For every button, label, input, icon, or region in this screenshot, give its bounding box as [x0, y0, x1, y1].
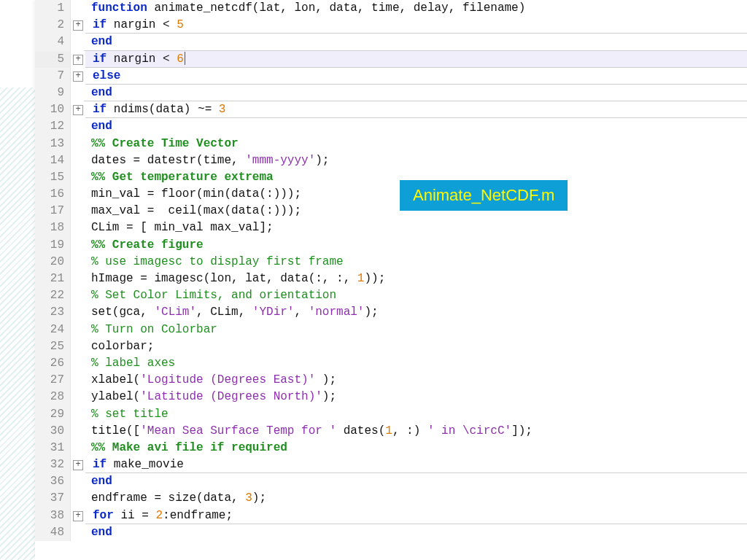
code-line[interactable]: 30title(['Mean Sea Surface Temp for ' da… — [35, 423, 747, 440]
code-line[interactable]: 38+for ii = 2:endframe; — [35, 508, 747, 524]
fold-toggle-icon[interactable]: + — [73, 20, 83, 31]
line-number: 17 — [35, 203, 71, 219]
code-line[interactable]: 17max_val = ceil(max(data(:))); — [35, 203, 747, 219]
code-line[interactable]: 24% Turn on Colorbar — [35, 322, 747, 338]
code-line[interactable]: 23set(gca, 'CLim', CLim, 'YDir', 'normal… — [35, 304, 747, 321]
code-line[interactable]: 37endframe = size(data, 3); — [35, 490, 747, 507]
code-text[interactable]: end — [84, 34, 747, 50]
token-id: nargin < — [114, 52, 177, 66]
code-line[interactable]: 15%% Get temperature extrema — [35, 169, 747, 186]
code-text[interactable]: function animate_netcdf(lat, lon, data, … — [84, 0, 747, 17]
code-line[interactable]: 36end — [35, 473, 747, 490]
token-id: ii = — [120, 509, 155, 522]
code-text[interactable]: for ii = 2:endframe; — [85, 508, 747, 524]
code-line[interactable]: 26% label axes — [35, 355, 747, 372]
code-line[interactable]: 18CLim = [ min_val max_val]; — [35, 219, 747, 236]
code-line[interactable]: 5+if nargin < 6 — [35, 51, 747, 68]
token-id: endframe = size(data, — [91, 491, 245, 505]
code-text[interactable]: if make_movie — [85, 456, 747, 473]
code-text[interactable]: % label axes — [84, 355, 747, 372]
token-str: 'mmm-yyyy' — [245, 154, 315, 167]
code-text[interactable]: colorbar; — [84, 338, 747, 355]
fold-spacer — [71, 406, 84, 423]
code-text[interactable]: CLim = [ min_val max_val]; — [84, 219, 747, 236]
token-kw: end — [91, 120, 112, 133]
token-id: ndims(data) ~= — [114, 103, 219, 116]
fold-spacer — [71, 85, 84, 101]
code-line[interactable]: 29% set title — [35, 406, 747, 423]
code-line[interactable]: 28ylabel('Latitude (Degrees North)'); — [35, 389, 747, 405]
code-line[interactable]: 16min_val = floor(min(data(:))); — [35, 186, 747, 203]
code-line[interactable]: 1function animate_netcdf(lat, lon, data,… — [35, 0, 747, 17]
code-text[interactable]: end — [84, 524, 747, 541]
code-text[interactable]: else — [85, 68, 747, 85]
code-text[interactable]: ylabel('Latitude (Degrees North)'); — [84, 389, 747, 405]
code-text[interactable]: endframe = size(data, 3); — [84, 490, 747, 507]
code-line[interactable]: 19%% Create figure — [35, 237, 747, 254]
token-id: CLim = [ min_val max_val]; — [91, 221, 274, 234]
code-text[interactable]: end — [84, 118, 747, 135]
code-text[interactable]: xlabel('Logitude (Degrees East)' ); — [84, 372, 747, 389]
token-kw: end — [91, 35, 112, 48]
code-text[interactable]: % set title — [84, 406, 747, 423]
code-line[interactable]: 13%% Create Time Vector — [35, 136, 747, 152]
code-text[interactable]: % Turn on Colorbar — [84, 322, 747, 338]
code-text[interactable]: %% Create Time Vector — [84, 136, 747, 152]
code-text[interactable]: dates = datestr(time, 'mmm-yyyy'); — [84, 152, 747, 169]
fold-spacer — [71, 338, 84, 355]
code-text[interactable]: set(gca, 'CLim', CLim, 'YDir', 'normal')… — [84, 304, 747, 321]
code-text[interactable]: %% Create figure — [84, 237, 747, 254]
code-text[interactable]: % use imagesc to display first frame — [84, 254, 747, 271]
code-text[interactable]: if nargin < 6 — [85, 51, 747, 68]
fold-toggle-icon[interactable]: + — [73, 105, 83, 115]
code-editor[interactable]: 1function animate_netcdf(lat, lon, data,… — [35, 0, 747, 560]
fold-spacer — [71, 237, 84, 254]
code-line[interactable]: 21hImage = imagesc(lon, lat, data(:, :, … — [35, 271, 747, 287]
code-text[interactable]: end — [84, 85, 747, 101]
code-line[interactable]: 12end — [35, 118, 747, 135]
code-line[interactable]: 14dates = datestr(time, 'mmm-yyyy'); — [35, 152, 747, 169]
line-number: 19 — [35, 237, 71, 254]
token-str: 'normal' — [309, 306, 365, 319]
fold-spacer — [71, 271, 84, 287]
fold-spacer — [71, 473, 84, 490]
line-number: 16 — [35, 186, 71, 203]
code-line[interactable]: 4end — [35, 34, 747, 50]
code-line[interactable]: 2+if nargin < 5 — [35, 17, 747, 34]
code-text[interactable]: % Set Color Limits, and orientation — [84, 287, 747, 304]
token-num: 3 — [219, 103, 226, 116]
code-line[interactable]: 7+else — [35, 68, 747, 85]
token-sec: %% Make avi file if required — [91, 441, 287, 454]
line-number: 48 — [35, 524, 71, 541]
code-text[interactable]: hImage = imagesc(lon, lat, data(:, :, 1)… — [84, 271, 747, 287]
fold-toggle-icon[interactable]: + — [73, 55, 83, 65]
code-line[interactable]: 48end — [35, 524, 747, 541]
line-number: 30 — [35, 423, 71, 440]
code-line[interactable]: 20% use imagesc to display first frame — [35, 254, 747, 271]
token-id: :endframe; — [163, 509, 233, 522]
code-line[interactable]: 25colorbar; — [35, 338, 747, 355]
fold-spacer — [71, 0, 84, 17]
token-sec: %% Create figure — [91, 238, 204, 252]
code-line[interactable]: 31%% Make avi file if required — [35, 440, 747, 456]
token-str: 'Latitude (Degrees North)' — [140, 390, 322, 403]
code-text[interactable]: end — [84, 473, 747, 490]
token-kw: end — [91, 475, 112, 488]
code-line[interactable]: 32+if make_movie — [35, 456, 747, 473]
line-number: 37 — [35, 490, 71, 507]
code-line[interactable]: 10+if ndims(data) ~= 3 — [35, 101, 747, 118]
fold-toggle-icon[interactable]: + — [73, 71, 83, 82]
line-number: 1 — [35, 0, 71, 17]
token-id: ]); — [511, 424, 533, 438]
code-text[interactable]: if ndims(data) ~= 3 — [85, 101, 747, 118]
fold-toggle-icon[interactable]: + — [73, 460, 83, 470]
code-text[interactable]: %% Make avi file if required — [84, 440, 747, 456]
code-text[interactable]: if nargin < 5 — [85, 17, 747, 34]
code-line[interactable]: 27xlabel('Logitude (Degrees East)' ); — [35, 372, 747, 389]
line-number: 14 — [35, 152, 71, 169]
line-number: 36 — [35, 473, 71, 490]
code-line[interactable]: 9end — [35, 85, 747, 101]
code-text[interactable]: title(['Mean Sea Surface Temp for ' date… — [84, 423, 747, 440]
code-line[interactable]: 22% Set Color Limits, and orientation — [35, 287, 747, 304]
fold-toggle-icon[interactable]: + — [73, 511, 83, 521]
